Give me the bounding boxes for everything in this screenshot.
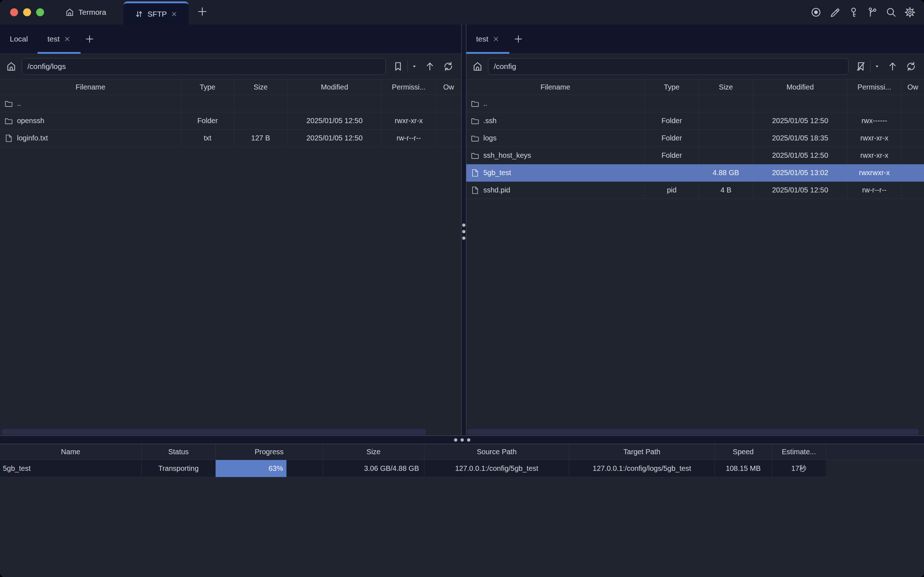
cell-owner bbox=[901, 112, 924, 129]
header-cell-type[interactable]: Type bbox=[181, 79, 234, 95]
header-cell-size[interactable]: Size bbox=[699, 79, 753, 95]
home-button[interactable] bbox=[6, 61, 17, 72]
pane-tab-local[interactable]: Local bbox=[0, 24, 37, 53]
bookmark-slash-button[interactable] bbox=[855, 61, 866, 72]
transfer-header-size[interactable]: Size bbox=[323, 444, 424, 459]
progress-bar: 63% bbox=[216, 460, 287, 477]
cell-size: 3.06 GB/4.88 GB bbox=[323, 460, 424, 477]
cell-speed: 108.15 MB bbox=[715, 460, 772, 477]
header-cell-ow[interactable]: Ow bbox=[436, 79, 461, 95]
cell-owner bbox=[901, 182, 924, 198]
tab-sftp[interactable]: SFTP bbox=[124, 2, 189, 24]
search-button[interactable] bbox=[886, 7, 897, 18]
header-cell-modified[interactable]: Modified bbox=[287, 79, 382, 95]
transfer-row-5gb_test[interactable]: 5gb_testTransporting63%3.06 GB/4.88 GB12… bbox=[0, 460, 827, 477]
header-cell-permissi[interactable]: Permissi... bbox=[382, 79, 436, 95]
cell-permissions: rwxrwxr-x bbox=[847, 164, 901, 181]
left-files-table: FilenameTypeSizeModifiedPermissi...Ow ..… bbox=[0, 79, 461, 435]
filename-text: sshd.pid bbox=[483, 186, 510, 194]
file-row-..[interactable]: .. bbox=[466, 95, 924, 112]
bookmark-button[interactable] bbox=[393, 61, 403, 72]
pane-tab-test[interactable]: test bbox=[37, 24, 81, 53]
header-cell-ow[interactable]: Ow bbox=[901, 79, 924, 95]
file-row-logs[interactable]: logsFolder2025/01/05 18:35rwxr-xr-x bbox=[466, 130, 924, 147]
refresh-button[interactable] bbox=[443, 61, 454, 72]
folder-icon bbox=[471, 117, 479, 125]
cell-modified bbox=[753, 95, 847, 112]
header-cell-filename[interactable]: Filename bbox=[466, 79, 645, 95]
file-panes: Localtest FilenameTypeSizeModifiedPermis… bbox=[0, 24, 924, 435]
header-cell-permissi[interactable]: Permissi... bbox=[847, 79, 901, 95]
cell-size bbox=[699, 112, 753, 129]
arrow-up-button[interactable] bbox=[887, 61, 898, 72]
transfer-header-estimate[interactable]: Estimate... bbox=[772, 444, 826, 459]
cell-modified: 2025/01/05 12:50 bbox=[753, 147, 847, 164]
arrow-up-button[interactable] bbox=[424, 61, 435, 72]
cell-filename: .ssh bbox=[466, 112, 645, 129]
new-tab-button[interactable] bbox=[514, 34, 523, 44]
branch-button[interactable] bbox=[867, 7, 878, 18]
folder-icon bbox=[4, 99, 13, 108]
file-row-sshd.pid[interactable]: sshd.pidpid4 B2025/01/05 12:50rw-r--r-- bbox=[466, 182, 924, 199]
transfer-header-targetpath[interactable]: Target Path bbox=[569, 444, 715, 459]
app-home-tab[interactable]: Termora bbox=[65, 8, 106, 17]
bottom-splitter[interactable] bbox=[0, 435, 924, 444]
cell-modified: 2025/01/05 13:02 bbox=[753, 164, 847, 181]
record-button[interactable] bbox=[811, 7, 821, 18]
file-row-ssh_host_keys[interactable]: ssh_host_keysFolder2025/01/05 12:50rwxr-… bbox=[466, 147, 924, 164]
cell-permissions: rwxr-xr-x bbox=[847, 130, 901, 147]
file-icon bbox=[471, 186, 479, 195]
transfer-table-header: NameStatusProgressSizeSource PathTarget … bbox=[0, 444, 924, 460]
right-toolbar bbox=[853, 60, 918, 73]
settings-button[interactable] bbox=[905, 7, 915, 18]
file-row-.ssh[interactable]: .sshFolder2025/01/05 12:50rwx------ bbox=[466, 112, 924, 130]
horizontal-scrollbar[interactable] bbox=[467, 429, 919, 435]
cell-modified bbox=[287, 95, 382, 112]
header-cell-modified[interactable]: Modified bbox=[753, 79, 847, 95]
transfer-header-progress[interactable]: Progress bbox=[216, 444, 323, 459]
header-cell-filename[interactable]: Filename bbox=[0, 79, 181, 95]
horizontal-scrollbar[interactable] bbox=[2, 429, 426, 435]
edit-button[interactable] bbox=[829, 7, 840, 18]
cell-estimate: 17秒 bbox=[772, 460, 826, 477]
close-icon[interactable] bbox=[492, 35, 500, 43]
cell-permissions: rwxr-xr-x bbox=[847, 147, 901, 164]
file-row-openssh[interactable]: opensshFolder2025/01/05 12:50rwxr-xr-x bbox=[0, 112, 461, 130]
path-input-left[interactable] bbox=[22, 58, 386, 75]
transfer-arrows-icon bbox=[134, 10, 144, 19]
file-row-loginfo.txt[interactable]: loginfo.txttxt127 B2025/01/05 12:50rw-r-… bbox=[0, 130, 461, 147]
key-button[interactable] bbox=[848, 7, 859, 18]
refresh-button[interactable] bbox=[906, 61, 916, 72]
header-cell-size[interactable]: Size bbox=[234, 79, 287, 95]
left-path-row bbox=[0, 54, 461, 79]
close-icon[interactable] bbox=[64, 35, 71, 43]
cell-permissions: rwx------ bbox=[847, 112, 901, 129]
cell-permissions: rwxr-xr-x bbox=[382, 112, 436, 129]
file-row-..[interactable]: .. bbox=[0, 95, 461, 112]
pane-tab-test[interactable]: test bbox=[466, 24, 509, 53]
transfer-header-status[interactable]: Status bbox=[142, 444, 216, 459]
caret-down-button[interactable] bbox=[412, 64, 417, 69]
header-cell-type[interactable]: Type bbox=[645, 79, 699, 95]
file-row-5gb_test[interactable]: 5gb_test4.88 GB2025/01/05 13:02rwxrwxr-x bbox=[466, 164, 924, 182]
path-input-right[interactable] bbox=[488, 58, 848, 75]
transfer-header-name[interactable]: Name bbox=[0, 444, 142, 459]
close-icon[interactable] bbox=[171, 10, 178, 18]
cell-owner bbox=[901, 164, 924, 181]
zoom-window-button[interactable] bbox=[36, 8, 44, 16]
minimize-window-button[interactable] bbox=[23, 8, 31, 16]
splitter-handle-icon bbox=[462, 224, 466, 240]
new-window-tab-button[interactable] bbox=[197, 6, 208, 17]
cell-owner bbox=[901, 95, 924, 112]
close-window-button[interactable] bbox=[10, 8, 18, 16]
home-button[interactable] bbox=[472, 61, 483, 72]
pane-splitter[interactable] bbox=[461, 24, 466, 435]
right-path-row bbox=[466, 54, 924, 79]
transfer-header-filler bbox=[826, 444, 924, 459]
cell-type bbox=[645, 95, 699, 112]
transfer-header-speed[interactable]: Speed bbox=[715, 444, 772, 459]
caret-down-button[interactable] bbox=[874, 64, 880, 69]
new-tab-button[interactable] bbox=[85, 34, 94, 44]
cell-type: pid bbox=[645, 182, 699, 198]
transfer-header-sourcepath[interactable]: Source Path bbox=[424, 444, 569, 459]
